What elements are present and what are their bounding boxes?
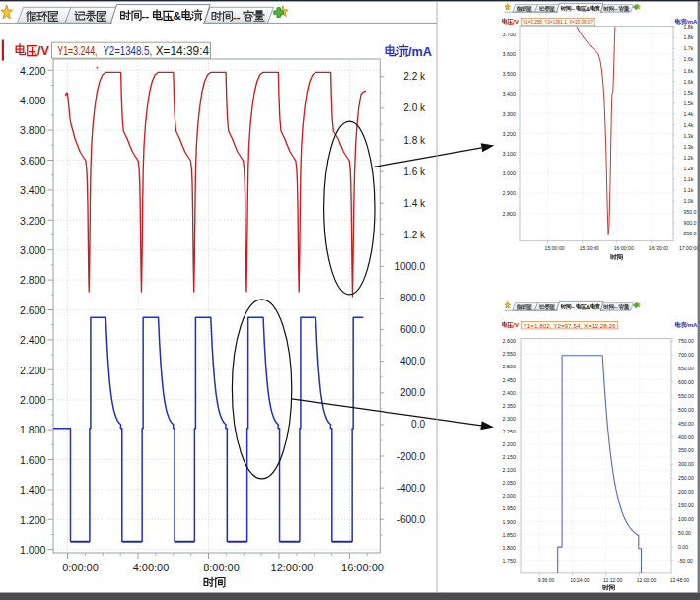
svg-text:2.900: 2.900 bbox=[503, 190, 516, 196]
svg-text:3.600: 3.600 bbox=[503, 51, 516, 57]
svg-text:2.100: 2.100 bbox=[503, 467, 516, 473]
svg-text:1.6k: 1.6k bbox=[684, 56, 694, 62]
svg-text:1.800: 1.800 bbox=[20, 424, 46, 435]
svg-text:Y1=3.244,: Y1=3.244, bbox=[57, 43, 97, 58]
svg-text:1.3k: 1.3k bbox=[684, 133, 694, 139]
svg-text:650.00: 650.00 bbox=[678, 366, 694, 371]
svg-text:0.0: 0.0 bbox=[411, 419, 425, 430]
svg-text:200.0: 200.0 bbox=[400, 387, 425, 398]
svg-text:/V: /V bbox=[513, 321, 520, 328]
svg-text:/V: /V bbox=[513, 18, 520, 25]
svg-text:550.00: 550.00 bbox=[678, 393, 694, 399]
svg-text:X=14:39:49: X=14:39:49 bbox=[156, 43, 216, 58]
svg-text:Y2=1348.5,: Y2=1348.5, bbox=[103, 43, 152, 58]
svg-text:1.800: 1.800 bbox=[503, 545, 516, 551]
svg-text:1.2k: 1.2k bbox=[684, 155, 694, 161]
svg-text:--: -- bbox=[614, 6, 618, 12]
svg-text:300.00: 300.00 bbox=[678, 461, 694, 467]
svg-text:3.600: 3.600 bbox=[20, 155, 46, 167]
svg-text:2.150: 2.150 bbox=[503, 454, 516, 460]
svg-text:2.600: 2.600 bbox=[503, 338, 516, 344]
svg-text:12:00:00: 12:00:00 bbox=[637, 577, 657, 583]
svg-text:2.000: 2.000 bbox=[20, 394, 46, 406]
svg-text:1.850: 1.850 bbox=[503, 532, 516, 538]
svg-text:16:00:00: 16:00:00 bbox=[341, 562, 384, 573]
svg-text:3.100: 3.100 bbox=[503, 151, 516, 157]
svg-text:2.800: 2.800 bbox=[503, 211, 516, 217]
svg-text:--: -- bbox=[233, 11, 241, 23]
svg-text:3.500: 3.500 bbox=[503, 71, 516, 77]
svg-text:15:30:00: 15:30:00 bbox=[580, 245, 599, 251]
svg-text:950.0: 950.0 bbox=[684, 209, 697, 215]
svg-text:900.0: 900.0 bbox=[684, 220, 697, 226]
svg-text:10:24:00: 10:24:00 bbox=[570, 577, 590, 583]
svg-text:2.550: 2.550 bbox=[503, 351, 516, 357]
svg-text:3.800: 3.800 bbox=[20, 124, 46, 136]
svg-text:-50.00: -50.00 bbox=[678, 558, 693, 564]
svg-text:1.600: 1.600 bbox=[20, 454, 46, 466]
svg-text:1.1k: 1.1k bbox=[684, 187, 694, 193]
svg-text:750.00: 750.00 bbox=[678, 338, 694, 344]
svg-text:3.700: 3.700 bbox=[503, 32, 516, 37]
svg-text:2.500: 2.500 bbox=[503, 364, 516, 369]
svg-text:1.3k: 1.3k bbox=[684, 144, 694, 150]
svg-text:4.200: 4.200 bbox=[20, 65, 46, 77]
svg-text:600.00: 600.00 bbox=[678, 379, 694, 385]
svg-text:2.800: 2.800 bbox=[20, 274, 46, 286]
svg-text:16:30:00: 16:30:00 bbox=[649, 245, 668, 251]
svg-text:1.6k: 1.6k bbox=[684, 68, 694, 74]
svg-text:/mA: /mA bbox=[408, 45, 432, 59]
svg-text:Y1=1.802, Y2=97.54, X=12:28:26: Y1=1.802, Y2=97.54, X=12:28:26 bbox=[524, 323, 617, 329]
svg-text:17:00:00: 17:00:00 bbox=[679, 245, 699, 251]
svg-text:1.2k: 1.2k bbox=[684, 166, 694, 171]
svg-text:2.2 k: 2.2 k bbox=[403, 71, 426, 82]
svg-text:2.0 k: 2.0 k bbox=[403, 102, 426, 113]
svg-text:2.400: 2.400 bbox=[20, 334, 46, 346]
svg-text:1.5k: 1.5k bbox=[684, 100, 694, 106]
svg-text:600.0: 600.0 bbox=[400, 324, 425, 335]
svg-text:700.00: 700.00 bbox=[678, 352, 694, 358]
svg-text:3.000: 3.000 bbox=[20, 244, 46, 256]
svg-text:&: & bbox=[586, 304, 590, 310]
svg-text:450.00: 450.00 bbox=[678, 421, 694, 427]
svg-text:2.250: 2.250 bbox=[503, 429, 516, 434]
svg-text:2.200: 2.200 bbox=[503, 441, 516, 447]
svg-text:2.200: 2.200 bbox=[20, 365, 46, 376]
svg-text:-600.0: -600.0 bbox=[397, 514, 426, 525]
svg-text:1.1k: 1.1k bbox=[684, 176, 694, 182]
svg-text:-400.0: -400.0 bbox=[397, 483, 426, 494]
svg-text:2.300: 2.300 bbox=[503, 416, 516, 422]
svg-text:/mA: /mA bbox=[686, 321, 698, 328]
svg-text:1.8 k: 1.8 k bbox=[403, 135, 426, 146]
svg-text:100.00: 100.00 bbox=[678, 516, 694, 522]
svg-text:--: -- bbox=[571, 6, 575, 12]
svg-text:850.0: 850.0 bbox=[684, 231, 697, 236]
svg-text:800.0: 800.0 bbox=[400, 293, 425, 303]
svg-text:500.00: 500.00 bbox=[678, 407, 694, 413]
svg-text:11:12:00: 11:12:00 bbox=[603, 577, 623, 583]
svg-text:3.000: 3.000 bbox=[503, 170, 516, 176]
svg-text:350.00: 350.00 bbox=[678, 447, 694, 453]
svg-text:3.200: 3.200 bbox=[503, 131, 516, 137]
svg-text:2.050: 2.050 bbox=[503, 480, 516, 486]
svg-text:1.200: 1.200 bbox=[20, 514, 46, 526]
svg-text:8:00:00: 8:00:00 bbox=[203, 562, 240, 573]
svg-text:2.450: 2.450 bbox=[503, 377, 516, 383]
svg-text:1.900: 1.900 bbox=[503, 519, 516, 525]
svg-text:--: -- bbox=[571, 304, 575, 310]
svg-text:-200.0: -200.0 bbox=[397, 451, 426, 462]
svg-text:--: -- bbox=[142, 10, 150, 22]
svg-text:3.300: 3.300 bbox=[503, 111, 516, 117]
svg-text:400.0: 400.0 bbox=[400, 356, 425, 367]
svg-text:1.0k: 1.0k bbox=[684, 198, 694, 204]
svg-text:1.7k: 1.7k bbox=[684, 45, 694, 51]
svg-text:1.400: 1.400 bbox=[20, 484, 46, 496]
svg-text:&: & bbox=[586, 6, 590, 12]
svg-text:2.600: 2.600 bbox=[20, 304, 46, 316]
svg-text:1.4 k: 1.4 k bbox=[403, 198, 426, 209]
svg-text:12:48:00: 12:48:00 bbox=[670, 577, 690, 583]
svg-text:2.400: 2.400 bbox=[503, 390, 516, 396]
svg-text:/V: /V bbox=[37, 44, 49, 58]
svg-text:1.750: 1.750 bbox=[503, 558, 516, 564]
svg-text:250.00: 250.00 bbox=[678, 475, 694, 481]
